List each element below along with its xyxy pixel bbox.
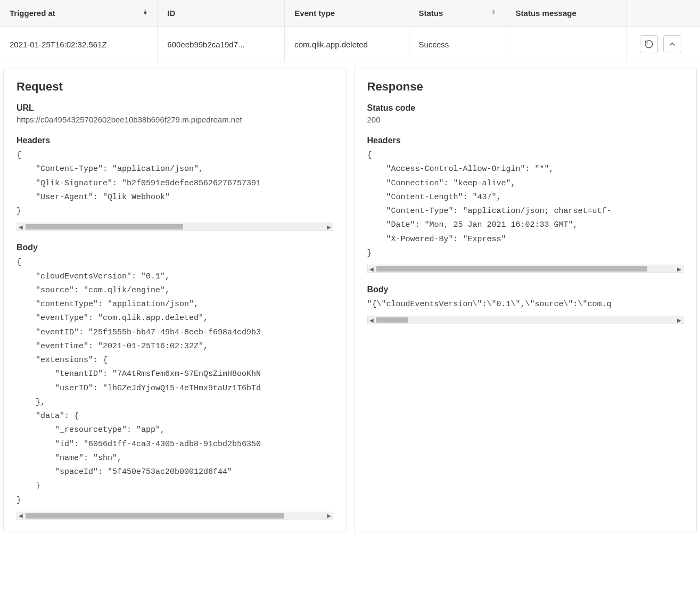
request-body-code: { "cloudEventsVersion": "0.1", "source":… (17, 256, 333, 507)
cell-event-type: com.qlik.app.deleted (285, 27, 409, 62)
response-headers-label: Headers (367, 136, 684, 145)
collapse-button[interactable] (663, 35, 681, 53)
col-header-event-type[interactable]: Event type (285, 0, 409, 27)
scroll-left-icon[interactable]: ◀ (17, 513, 24, 519)
cell-status-message (506, 27, 627, 62)
scroll-right-icon[interactable]: ▶ (676, 266, 683, 272)
detail-panels: Request URL https://c0a4954325702602bee1… (0, 62, 700, 536)
col-header-actions (627, 0, 700, 27)
deliveries-table: Triggered at ▲▼ ID Event type Status ▲▼ … (0, 0, 700, 62)
request-body-label: Body (17, 243, 333, 252)
sort-icon[interactable]: ▲▼ (143, 9, 147, 15)
request-title: Request (17, 80, 333, 94)
col-header-status[interactable]: Status ▲▼ (409, 0, 506, 27)
request-headers-block: { "Content-Type": "application/json", "Q… (17, 147, 333, 220)
sort-icon[interactable]: ▲▼ (491, 9, 496, 15)
response-headers-block: { "Access-Control-Allow-Origin": "*", "C… (367, 147, 684, 262)
col-header-triggered[interactable]: Triggered at ▲▼ (0, 0, 158, 27)
cell-actions (627, 27, 700, 62)
scrollbar[interactable]: ◀ ▶ (17, 512, 333, 520)
chevron-up-icon (668, 39, 677, 49)
scrollbar[interactable]: ◀ ▶ (367, 265, 684, 273)
status-code-label: Status code (367, 103, 684, 113)
resend-button[interactable] (640, 35, 658, 53)
request-body-block: { "cloudEventsVersion": "0.1", "source":… (17, 254, 333, 510)
request-headers-code: { "Content-Type": "application/json", "Q… (17, 149, 333, 218)
response-headers-code: { "Access-Control-Allow-Origin": "*", "C… (367, 149, 684, 260)
scroll-left-icon[interactable]: ◀ (368, 266, 375, 272)
col-header-status-message[interactable]: Status message (506, 0, 627, 27)
cell-status: Success (409, 27, 506, 62)
scroll-right-icon[interactable]: ▶ (325, 224, 333, 230)
scroll-right-icon[interactable]: ▶ (325, 513, 333, 519)
scroll-right-icon[interactable]: ▶ (676, 317, 683, 323)
url-label: URL (17, 103, 333, 113)
request-panel: Request URL https://c0a4954325702602bee1… (3, 68, 347, 532)
request-headers-label: Headers (17, 136, 333, 145)
response-body-block: "{\"cloudEventsVersion\":\"0.1\",\"sourc… (367, 297, 684, 314)
status-code-value: 200 (367, 115, 684, 124)
response-body-code: "{\"cloudEventsVersion\":\"0.1\",\"sourc… (367, 298, 684, 311)
response-panel: Response Status code 200 Headers { "Acce… (354, 68, 697, 532)
cell-id: 600eeb99b2ca19d7... (158, 27, 285, 62)
col-header-id[interactable]: ID (158, 0, 285, 27)
table-row[interactable]: 2021-01-25T16:02:32.561Z 600eeb99b2ca19d… (0, 27, 700, 62)
scrollbar[interactable]: ◀ ▶ (17, 223, 333, 231)
url-value: https://c0a4954325702602bee10b38b696f279… (17, 115, 333, 124)
scroll-left-icon[interactable]: ◀ (17, 224, 24, 230)
scroll-left-icon[interactable]: ◀ (368, 317, 375, 323)
cell-triggered: 2021-01-25T16:02:32.561Z (0, 27, 158, 62)
refresh-icon (644, 39, 654, 49)
response-title: Response (367, 80, 684, 94)
scrollbar[interactable]: ◀ ▶ (367, 316, 684, 324)
response-body-label: Body (367, 285, 684, 294)
